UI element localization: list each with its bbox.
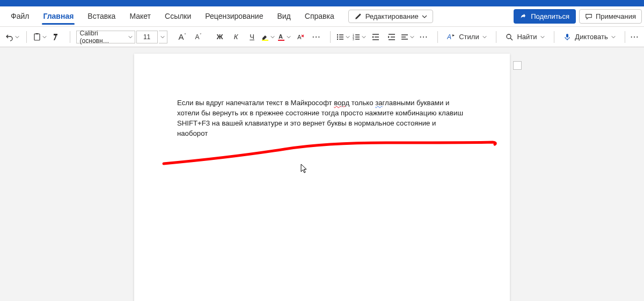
- styles-label: Стили: [459, 33, 479, 41]
- increase-indent-button[interactable]: [384, 30, 399, 45]
- font-family-value: Calibri (основн…: [80, 30, 125, 45]
- dictate-button[interactable]: Диктовать: [560, 31, 618, 43]
- styles-icon: A: [447, 33, 456, 41]
- spelling-error: ворд: [334, 99, 349, 107]
- separator: [70, 31, 70, 43]
- separator: [330, 31, 331, 43]
- menu-help[interactable]: Справка: [298, 8, 341, 26]
- bullets-button[interactable]: [336, 30, 351, 45]
- find-button[interactable]: Найти: [502, 31, 547, 43]
- microphone-icon: [563, 33, 572, 41]
- chevron-down-icon: [540, 35, 545, 39]
- font-family-select[interactable]: Calibri (основн…: [76, 31, 135, 43]
- comments-label: Примечания: [596, 12, 636, 20]
- svg-point-8: [337, 38, 338, 39]
- separator: [554, 31, 554, 43]
- shrink-font-button[interactable]: A˅: [191, 30, 206, 45]
- format-painter-icon: [52, 33, 61, 41]
- highlight-button[interactable]: [261, 30, 276, 45]
- menu-insert[interactable]: Вставка: [81, 8, 122, 26]
- chevron-down-icon: [410, 35, 414, 39]
- increase-indent-icon: [387, 33, 396, 41]
- menu-layout[interactable]: Макет: [123, 8, 157, 26]
- svg-point-7: [337, 36, 338, 37]
- menu-references[interactable]: Ссылки: [158, 8, 197, 26]
- chevron-down-icon: [611, 35, 616, 39]
- numbering-button[interactable]: 123: [352, 30, 367, 45]
- comment-icon: [585, 13, 592, 20]
- menu-file[interactable]: Файл: [4, 8, 35, 26]
- document-canvas[interactable]: Если вы вдруг напечатали текст в Майкрос…: [0, 47, 644, 301]
- svg-rect-4: [278, 40, 284, 41]
- align-button[interactable]: [400, 30, 415, 45]
- menu-review[interactable]: Рецензирование: [199, 8, 269, 26]
- separator: [496, 31, 496, 43]
- chevron-down-icon: [128, 35, 133, 39]
- paragraph-dialog-button[interactable]: ⋯: [416, 30, 431, 45]
- editing-mode-dropdown[interactable]: Редактирование: [348, 10, 433, 23]
- freehand-annotation: [161, 140, 499, 166]
- svg-text:A: A: [297, 34, 302, 40]
- align-left-icon: [400, 33, 409, 41]
- grow-font-button[interactable]: A˄: [175, 30, 190, 45]
- chevron-down-icon: [270, 35, 275, 39]
- pencil-icon: [354, 12, 362, 20]
- text-run: Если вы вдруг напечатали текст в Майкрос…: [177, 99, 334, 107]
- comments-button[interactable]: Примечания: [579, 9, 642, 24]
- grammar-suggestion: за: [375, 99, 382, 107]
- svg-point-6: [337, 34, 338, 35]
- chevron-down-icon: [362, 35, 366, 39]
- italic-button[interactable]: К: [229, 30, 244, 45]
- chevron-down-icon: [482, 35, 487, 39]
- highlight-icon: [261, 33, 269, 41]
- shrink-font-icon: A˅: [195, 33, 202, 41]
- document-paragraph[interactable]: Если вы вдруг напечатали текст в Майкрос…: [177, 98, 467, 139]
- document-page[interactable]: Если вы вдруг напечатали текст в Майкрос…: [134, 54, 510, 301]
- bold-button[interactable]: Ж: [213, 30, 228, 45]
- undo-button[interactable]: [5, 30, 20, 45]
- ellipsis-icon: ⋯: [630, 33, 640, 41]
- svg-point-13: [507, 34, 511, 39]
- separator: [26, 31, 27, 43]
- undo-icon: [5, 33, 14, 41]
- underline-button[interactable]: Ч: [245, 30, 260, 45]
- font-size-value: 11: [143, 33, 150, 41]
- font-size-select[interactable]: 11: [136, 31, 158, 43]
- chevron-down-icon: [15, 35, 19, 39]
- numbering-icon: 123: [352, 33, 361, 41]
- page-collapse-handle[interactable]: [513, 61, 522, 70]
- font-size-dropdown[interactable]: [159, 31, 167, 43]
- font-dialog-button[interactable]: ⋯: [309, 30, 324, 45]
- svg-rect-2: [262, 40, 268, 41]
- title-bar: [0, 0, 644, 6]
- chevron-down-icon: [346, 35, 350, 39]
- chevron-down-icon: [422, 14, 427, 19]
- dictate-label: Диктовать: [575, 33, 608, 41]
- text-run: только: [349, 99, 375, 107]
- font-color-icon: A: [277, 33, 286, 41]
- more-commands-button[interactable]: ⋯: [629, 30, 641, 45]
- svg-text:A: A: [447, 33, 451, 41]
- menu-home[interactable]: Главная: [36, 8, 80, 26]
- svg-rect-1: [35, 33, 38, 34]
- decrease-indent-button[interactable]: [368, 30, 383, 45]
- ribbon-toolbar: Calibri (основн… 11 A˄ A˅ Ж К Ч A A: [0, 27, 644, 47]
- menu-view[interactable]: Вид: [270, 8, 297, 26]
- svg-rect-0: [34, 34, 40, 40]
- font-color-button[interactable]: A: [277, 30, 292, 45]
- separator: [437, 31, 438, 43]
- styles-button[interactable]: A Стили: [444, 31, 489, 43]
- svg-text:A: A: [279, 33, 283, 40]
- clear-formatting-button[interactable]: A: [293, 30, 308, 45]
- format-painter-button[interactable]: [49, 30, 64, 45]
- editing-mode-label: Редактирование: [365, 12, 419, 20]
- grow-font-icon: A˄: [179, 32, 186, 41]
- clipboard-icon: [33, 33, 41, 41]
- share-button[interactable]: Поделиться: [514, 9, 576, 24]
- chevron-down-icon: [42, 35, 47, 39]
- chevron-down-icon: [160, 35, 165, 39]
- paste-button[interactable]: [33, 30, 48, 45]
- share-label: Поделиться: [531, 12, 569, 20]
- cursor-icon: [301, 164, 309, 174]
- italic-icon: К: [234, 33, 238, 41]
